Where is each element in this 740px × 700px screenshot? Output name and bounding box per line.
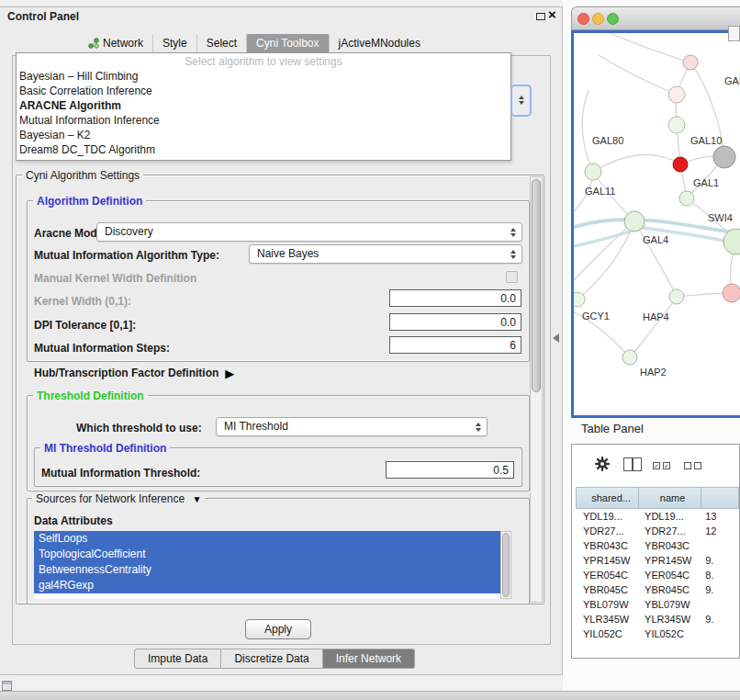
hub-definition-expander[interactable]: Hub/Transcription Factor Definition ▶ xyxy=(34,367,234,379)
network-node[interactable] xyxy=(624,211,645,231)
close-icon[interactable]: × xyxy=(548,7,556,21)
network-node[interactable] xyxy=(679,191,694,206)
algorithm-option-mutual-information-inference[interactable]: Mutual Information Inference xyxy=(17,113,510,128)
table-cell xyxy=(701,627,739,641)
network-node[interactable] xyxy=(713,146,735,168)
scrollbar-thumb[interactable] xyxy=(502,533,510,597)
attribute-item-gal4rgexp[interactable]: gal4RGexp xyxy=(34,578,500,593)
table-row[interactable]: YPR145WYPR145W9. xyxy=(576,553,739,568)
table-row[interactable]: YDR27...YDR27...12 xyxy=(576,524,739,538)
network-edge xyxy=(630,297,677,357)
panel-collapse-handle[interactable] xyxy=(553,333,559,343)
docked-panel-icon[interactable] xyxy=(2,681,12,691)
table-cell: 9. xyxy=(701,582,739,597)
hub-definition-label: Hub/Transcription Factor Definition xyxy=(34,367,219,379)
window-title: Control Panel xyxy=(7,10,79,23)
network-node[interactable] xyxy=(668,117,685,133)
table-row[interactable]: YBR045CYBR045C9. xyxy=(576,582,739,597)
network-node[interactable] xyxy=(668,86,685,103)
close-button[interactable] xyxy=(577,13,589,25)
settings-gear-icon[interactable] xyxy=(594,456,611,472)
column-header-name[interactable]: name xyxy=(639,487,701,509)
tab-label: Select xyxy=(207,37,237,50)
network-node[interactable] xyxy=(673,157,688,172)
zoom-button[interactable] xyxy=(607,13,619,25)
network-node[interactable] xyxy=(723,284,740,302)
network-node[interactable] xyxy=(585,164,601,180)
table-row[interactable]: YBR043CYBR043C xyxy=(576,538,739,553)
tab-style[interactable]: Style xyxy=(152,34,196,52)
table-cell: 9. xyxy=(701,612,739,627)
mi-algorithm-type-select[interactable]: Naive Bayes xyxy=(249,244,522,264)
table-cell: YPR145W xyxy=(639,553,701,568)
attribute-item-topologicalcoefficient[interactable]: TopologicalCoefficient xyxy=(34,547,500,562)
table-header-row: shared...name xyxy=(576,487,739,509)
tab-cyni-toolbox[interactable]: Cyni Toolbox xyxy=(246,34,328,52)
deselect-all-icon[interactable] xyxy=(684,462,701,469)
settings-scrollbar[interactable] xyxy=(530,176,543,603)
tab-jactivemnodules[interactable]: jActiveMNodules xyxy=(329,34,430,52)
minimize-button[interactable] xyxy=(592,13,604,25)
which-threshold-label: Which threshold to use: xyxy=(76,422,202,435)
tab-network[interactable]: Network xyxy=(79,34,152,52)
attribute-item-selfloops[interactable]: SelfLoops xyxy=(34,531,500,547)
scrollbar-thumb[interactable] xyxy=(532,179,541,392)
table-cell: YBR043C xyxy=(639,538,701,553)
attributes-scrollbar[interactable] xyxy=(500,531,511,599)
mi-threshold-input[interactable] xyxy=(386,461,514,479)
data-attributes-list[interactable]: SelfLoopsTopologicalCoefficientBetweenne… xyxy=(34,531,500,599)
mi-steps-input[interactable] xyxy=(389,336,521,354)
network-scrollbar-stub[interactable] xyxy=(728,26,740,41)
dpi-tolerance-label: DPI Tolerance [0,1]: xyxy=(34,319,136,332)
algorithm-option-dream8-dc-tdc-algorithm[interactable]: Dream8 DC_TDC Algorithm xyxy=(17,142,510,157)
stepper-icon xyxy=(519,96,524,105)
algorithm-select-fragment[interactable] xyxy=(510,85,532,117)
aracne-mode-select[interactable]: Discovery xyxy=(96,222,522,242)
algorithm-option-bayesian-k2[interactable]: Bayesian – K2 xyxy=(17,128,510,142)
table-row[interactable]: YIL052CYIL052C xyxy=(576,627,739,641)
dpi-tolerance-input[interactable] xyxy=(389,313,521,331)
apply-button[interactable]: Apply xyxy=(245,619,311,639)
network-node[interactable] xyxy=(669,289,684,304)
algorithm-option-aracne-algorithm[interactable]: ARACNE Algorithm xyxy=(17,98,510,113)
attribute-item-betweennesscentrality[interactable]: BetweennessCentrality xyxy=(34,562,500,578)
table-cell: YBR045C xyxy=(576,582,639,597)
bottom-tab-discretize-data[interactable]: Discretize Data xyxy=(221,649,322,669)
column-view-icon[interactable] xyxy=(623,457,642,471)
stepper-icon xyxy=(510,228,516,237)
table-row[interactable]: YDL19...YDL19...13 xyxy=(576,509,739,524)
tab-select[interactable]: Select xyxy=(196,34,246,52)
bottom-tab-infer-network[interactable]: Infer Network xyxy=(323,649,415,669)
which-threshold-select[interactable]: MI Threshold xyxy=(216,417,488,436)
bottom-tab-impute-data[interactable]: Impute Data xyxy=(134,649,221,669)
table-cell: 9. xyxy=(701,553,739,568)
table-row[interactable]: YBL079WYBL079W xyxy=(576,597,739,612)
select-all-icon[interactable]: ✓ ✓ xyxy=(653,462,670,469)
column-header-col2[interactable] xyxy=(701,487,739,509)
expand-right-icon: ▶ xyxy=(225,367,234,379)
algorithm-option-bayesian-hill-climbing[interactable]: Bayesian – Hill Climbing xyxy=(17,69,510,84)
algorithm-popup-list: Bayesian – Hill ClimbingBasic Correlatio… xyxy=(17,69,510,157)
network-node[interactable] xyxy=(622,350,637,365)
network-node[interactable] xyxy=(683,55,698,70)
node-label-gcy1: GCY1 xyxy=(582,310,610,322)
table-cell: YIL052C xyxy=(639,627,701,641)
tab-bar: NetworkStyleSelectCyni ToolboxjActiveMNo… xyxy=(79,34,430,52)
node-label-gal1: GAL1 xyxy=(693,177,719,188)
table-cell: YBR045C xyxy=(639,582,701,597)
checked-box-icon: ✓ xyxy=(653,462,660,469)
network-window-titlebar[interactable] xyxy=(571,6,740,30)
table-cell: 12 xyxy=(701,524,739,538)
node-label-hap4: HAP4 xyxy=(643,311,669,322)
bottom-tab-bar: Impute DataDiscretize DataInfer Network xyxy=(134,649,415,669)
table-row[interactable]: YLR345WYLR345W9. xyxy=(576,612,739,627)
table-cell: 13 xyxy=(701,509,739,524)
network-node[interactable] xyxy=(574,292,585,307)
column-header-shared[interactable]: shared... xyxy=(576,487,639,509)
algorithm-popup-placeholder: Select algorithm to view settings xyxy=(17,54,510,69)
sources-expander[interactable]: Sources for Network Inference ▼ xyxy=(32,492,205,505)
table-cell: YER054C xyxy=(639,568,701,582)
table-row[interactable]: YER054CYER054C8. xyxy=(576,568,739,582)
algorithm-option-basic-correlation-inference[interactable]: Basic Correlation Inference xyxy=(17,84,510,98)
float-window-icon[interactable] xyxy=(536,13,545,20)
